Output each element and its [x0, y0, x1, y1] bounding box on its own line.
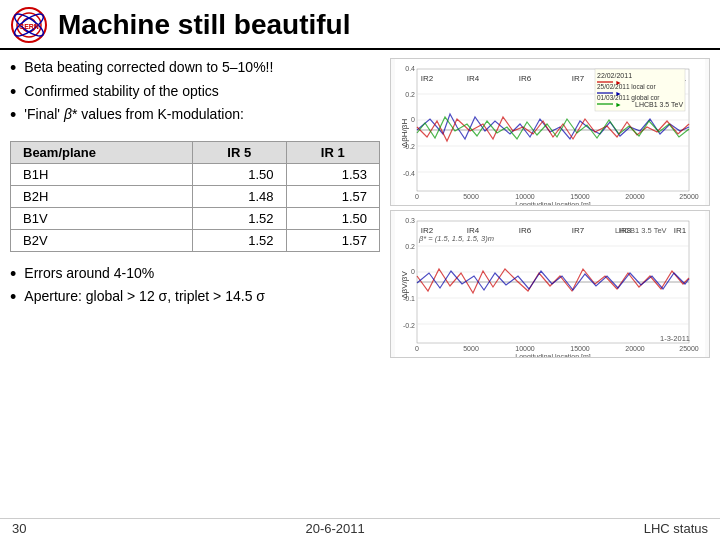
right-panel: ΔβH/βH 0.4 0.2 0 -0.2 -0.4 0 5000 100 — [390, 58, 710, 358]
cell-plane: B1V — [11, 207, 193, 229]
header: CERN Machine still beautiful — [0, 0, 720, 50]
svg-text:Longitudinal location [m]: Longitudinal location [m] — [515, 353, 591, 358]
svg-text:0.2: 0.2 — [405, 243, 415, 250]
table-row: B2H 1.48 1.57 — [11, 185, 380, 207]
bullet-text: 'Final' β* values from K-modulation: — [24, 105, 244, 125]
svg-text:20000: 20000 — [625, 193, 645, 200]
svg-text:0: 0 — [415, 193, 419, 200]
svg-text:5000: 5000 — [463, 193, 479, 200]
svg-text:20000: 20000 — [625, 345, 645, 352]
chart-top: ΔβH/βH 0.4 0.2 0 -0.2 -0.4 0 5000 100 — [390, 58, 710, 206]
bullet-text: Beta beating corrected down to 5–10%!! — [24, 58, 273, 78]
svg-text:25/02/2011 local cor: 25/02/2011 local cor — [597, 83, 656, 90]
col-header-ir1: IR 1 — [286, 141, 379, 163]
list-item: • Aperture: global > 12 σ, triplet > 14.… — [10, 287, 380, 307]
bullet-icon: • — [10, 288, 16, 306]
svg-text:25000: 25000 — [679, 193, 699, 200]
cell-plane: B2V — [11, 229, 193, 251]
cell-ir5: 1.52 — [193, 207, 286, 229]
bullet-text: Errors around 4-10% — [24, 264, 154, 284]
main-content: • Beta beating corrected down to 5–10%!!… — [0, 50, 720, 358]
table-row: B1V 1.52 1.50 — [11, 207, 380, 229]
left-panel: • Beta beating corrected down to 5–10%!!… — [10, 58, 380, 358]
svg-text:IR1: IR1 — [674, 226, 687, 235]
page-title: Machine still beautiful — [58, 9, 350, 41]
svg-text:0: 0 — [415, 345, 419, 352]
bullet-list-top: • Beta beating corrected down to 5–10%!!… — [10, 58, 380, 129]
svg-text:IR2: IR2 — [421, 74, 434, 83]
bullet-icon: • — [10, 265, 16, 283]
chart-top-svg: ΔβH/βH 0.4 0.2 0 -0.2 -0.4 0 5000 100 — [391, 59, 709, 206]
svg-text:0.3: 0.3 — [405, 217, 415, 224]
svg-text:IR7: IR7 — [572, 226, 585, 235]
svg-text:0.2: 0.2 — [405, 91, 415, 98]
col-header-ir5: IR 5 — [193, 141, 286, 163]
svg-text:10000: 10000 — [515, 345, 535, 352]
list-item: • 'Final' β* values from K-modulation: — [10, 105, 380, 125]
svg-text:CERN: CERN — [19, 23, 39, 30]
page-number: 30 — [12, 521, 26, 536]
svg-text:10000: 10000 — [515, 193, 535, 200]
svg-text:IR4: IR4 — [467, 74, 480, 83]
bullet-text: Aperture: global > 12 σ, triplet > 14.5 … — [24, 287, 265, 307]
footer: 30 20-6-2011 LHC status — [0, 518, 720, 536]
list-item: • Errors around 4-10% — [10, 264, 380, 284]
svg-text:Longitudinal location [m]: Longitudinal location [m] — [515, 201, 591, 206]
list-item: • Beta beating corrected down to 5–10%!! — [10, 58, 380, 78]
cell-ir1: 1.57 — [286, 185, 379, 207]
cell-ir1: 1.53 — [286, 163, 379, 185]
cern-logo: CERN — [10, 6, 48, 44]
beta-table: Beam/plane IR 5 IR 1 B1H 1.50 1.53 B2H 1… — [10, 141, 380, 252]
svg-text:-0.1: -0.1 — [403, 295, 415, 302]
svg-text:LHCB1 3.5 TeV: LHCB1 3.5 TeV — [635, 101, 683, 108]
cell-plane: B1H — [11, 163, 193, 185]
chart-bottom: ΔβV/βV 0.3 0.2 0 -0.1 -0.2 — [390, 210, 710, 358]
bullet-icon: • — [10, 83, 16, 101]
cell-ir1: 1.57 — [286, 229, 379, 251]
svg-text:-0.2: -0.2 — [403, 143, 415, 150]
svg-text:β* = (1.5, 1.5, 1.5, 3)m: β* = (1.5, 1.5, 1.5, 3)m — [418, 234, 494, 243]
bullet-icon: • — [10, 106, 16, 124]
svg-text:-0.2: -0.2 — [403, 322, 415, 329]
svg-text:0.4: 0.4 — [405, 65, 415, 72]
cell-ir5: 1.52 — [193, 229, 286, 251]
svg-text:15000: 15000 — [570, 345, 590, 352]
col-header-plane: Beam/plane — [11, 141, 193, 163]
cell-ir1: 1.50 — [286, 207, 379, 229]
bullet-list-bottom: • Errors around 4-10% • Aperture: global… — [10, 264, 380, 311]
svg-text:0: 0 — [411, 268, 415, 275]
svg-text:IR6: IR6 — [519, 74, 532, 83]
svg-text:0: 0 — [411, 116, 415, 123]
svg-text:22/02/2011: 22/02/2011 — [597, 72, 632, 79]
cell-plane: B2H — [11, 185, 193, 207]
cell-ir5: 1.48 — [193, 185, 286, 207]
cell-ir5: 1.50 — [193, 163, 286, 185]
svg-text:25000: 25000 — [679, 345, 699, 352]
footer-status: LHC status — [644, 521, 708, 536]
svg-text:5000: 5000 — [463, 345, 479, 352]
svg-text:IR6: IR6 — [519, 226, 532, 235]
svg-text:IR7: IR7 — [572, 74, 585, 83]
table-row: B1H 1.50 1.53 — [11, 163, 380, 185]
bullet-icon: • — [10, 59, 16, 77]
chart-bottom-svg: ΔβV/βV 0.3 0.2 0 -0.1 -0.2 — [391, 211, 709, 358]
bullet-text: Confirmed stability of the optics — [24, 82, 219, 102]
svg-text:15000: 15000 — [570, 193, 590, 200]
svg-text:-0.4: -0.4 — [403, 170, 415, 177]
list-item: • Confirmed stability of the optics — [10, 82, 380, 102]
svg-text:1-3-2011: 1-3-2011 — [660, 334, 690, 343]
svg-text:►: ► — [615, 101, 622, 108]
footer-date: 20-6-2011 — [305, 521, 364, 536]
svg-text:LHCB1 3.5 TeV: LHCB1 3.5 TeV — [615, 226, 667, 235]
table-row: B2V 1.52 1.57 — [11, 229, 380, 251]
